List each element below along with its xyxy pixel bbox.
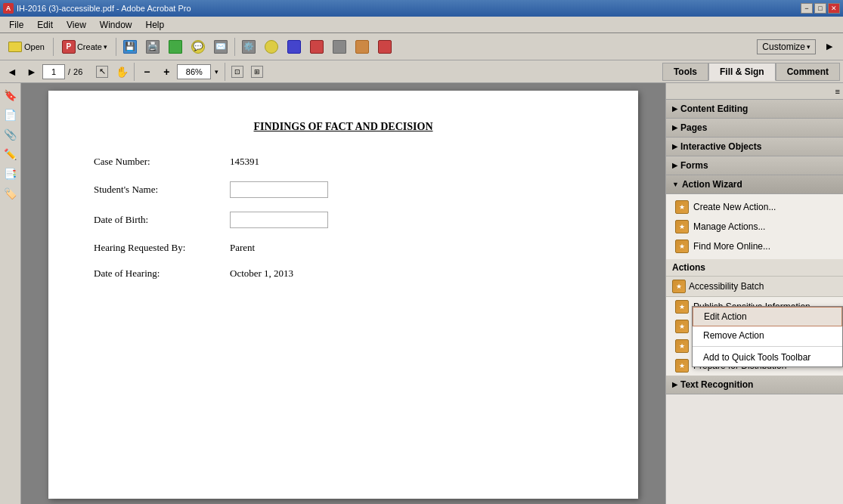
- page-number-input[interactable]: [42, 64, 65, 79]
- close-button[interactable]: ✕: [828, 3, 840, 14]
- menu-window[interactable]: Window: [94, 18, 138, 32]
- context-add-toolbar[interactable]: Add to Quick Tools Toolbar: [693, 348, 842, 366]
- hearing-label: Hearing Requested By:: [94, 242, 215, 254]
- document-area: FINDINGS OF FACT AND DECISION Case Numbe…: [21, 83, 665, 504]
- document-title: FINDINGS OF FACT AND DECISION: [94, 121, 593, 133]
- dob-input[interactable]: [230, 212, 328, 228]
- security-button[interactable]: [352, 36, 373, 57]
- manage-actions-item[interactable]: ★ Manage Actions...: [666, 217, 843, 237]
- menu-file[interactable]: File: [3, 18, 29, 32]
- select-tool[interactable]: ↖: [93, 63, 111, 80]
- pages-label: Pages: [680, 122, 707, 133]
- section-forms[interactable]: ▶ Forms: [666, 156, 843, 175]
- action-wizard-label: Action Wizard: [682, 179, 742, 190]
- menu-bar: File Edit View Window Help: [0, 17, 843, 33]
- nav-bar: ◄ ► / 26 ↖ ✋ − + ▾ ⊡ ⊞ Tools Fill & Sign…: [0, 60, 843, 83]
- zoom-arrow-button[interactable]: ▾: [211, 63, 222, 80]
- left-sidebar: 🔖 📄 📎 ✏️ 📑 🏷️: [0, 83, 21, 504]
- text-recognition-label: Text Recognition: [680, 379, 753, 390]
- panel-options-icon[interactable]: ≡: [835, 87, 840, 96]
- open-button[interactable]: Open: [3, 36, 50, 57]
- actions-label: Actions: [666, 259, 843, 277]
- right-panel: ≡ ▶ Content Editing ▶ Pages ▶ Interactiv…: [665, 83, 843, 504]
- section-interactive-objects[interactable]: ▶ Interactive Objects: [666, 138, 843, 156]
- attach-button[interactable]: [329, 36, 350, 57]
- find-more-icon: ★: [675, 240, 689, 253]
- context-remove-action[interactable]: Remove Action: [693, 326, 842, 345]
- tab-comment[interactable]: Comment: [776, 63, 840, 81]
- menu-help[interactable]: Help: [140, 18, 171, 32]
- accessibility-batch-row[interactable]: ★ Accessibility Batch: [666, 277, 843, 297]
- settings-button[interactable]: ⚙️: [238, 36, 259, 57]
- sticky-note-button[interactable]: [261, 36, 282, 57]
- form-button[interactable]: [306, 36, 327, 57]
- email-button[interactable]: ✉️: [210, 36, 231, 57]
- find-more-online-item[interactable]: ★ Find More Online...: [666, 237, 843, 256]
- comment-button[interactable]: 💬: [188, 36, 209, 57]
- date-hearing-value: October 1, 2013: [230, 267, 293, 280]
- doc-row-dob: Date of Birth:: [94, 212, 593, 228]
- section-pages[interactable]: ▶ Pages: [666, 119, 843, 138]
- customize-button[interactable]: Customize ▾: [757, 39, 816, 54]
- manage-actions-icon: ★: [675, 220, 689, 233]
- sidebar-icon-layers[interactable]: 📑: [2, 165, 20, 183]
- minimize-button[interactable]: −: [801, 3, 813, 14]
- save-button[interactable]: 💾: [119, 36, 141, 57]
- zoom-in-button[interactable]: +: [157, 63, 175, 80]
- menu-edit[interactable]: Edit: [31, 18, 59, 32]
- page-separator: /: [67, 67, 72, 76]
- tab-tools[interactable]: Tools: [662, 63, 708, 81]
- create-button[interactable]: P Create ▾: [57, 36, 113, 57]
- expand-toolbar-button[interactable]: ▶: [819, 36, 840, 57]
- export-button[interactable]: [374, 36, 395, 57]
- interactive-objects-label: Interactive Objects: [680, 141, 761, 152]
- content-editing-arrow: ▶: [672, 105, 677, 113]
- app-icon: A: [3, 3, 14, 14]
- student-name-input[interactable]: [230, 181, 328, 198]
- sidebar-icon-pages[interactable]: 📄: [2, 106, 20, 124]
- sidebar-icon-edit[interactable]: ✏️: [2, 145, 20, 163]
- interactive-objects-arrow: ▶: [672, 143, 677, 150]
- action-wizard-content: ★ Create New Action... ★ Manage Actions.…: [666, 194, 843, 259]
- pages-arrow: ▶: [672, 124, 677, 131]
- prev-page-button[interactable]: ◄: [3, 63, 21, 80]
- sidebar-icon-clip[interactable]: 📎: [2, 125, 20, 144]
- tab-fill-sign[interactable]: Fill & Sign: [708, 63, 776, 81]
- maximize-button[interactable]: □: [814, 3, 826, 14]
- stamp-button[interactable]: [284, 36, 305, 57]
- main-layout: 🔖 📄 📎 ✏️ 📑 🏷️ FINDINGS OF FACT AND DECIS…: [0, 83, 843, 504]
- prepare-distribution-icon: ★: [675, 359, 689, 373]
- tab-group: Tools Fill & Sign Comment: [662, 63, 840, 81]
- dob-label: Date of Birth:: [94, 214, 215, 226]
- upload-button[interactable]: [165, 36, 186, 57]
- print-button[interactable]: 🖨️: [142, 36, 163, 57]
- forms-arrow: ▶: [672, 162, 677, 169]
- optimize-scanned-icon: ★: [675, 339, 689, 353]
- doc-row-student: Student's Name:: [94, 181, 593, 198]
- zoom-input[interactable]: [177, 64, 211, 79]
- zoom-out-button[interactable]: −: [138, 63, 156, 80]
- next-page-button[interactable]: ►: [23, 63, 41, 80]
- forms-label: Forms: [680, 160, 708, 171]
- content-editing-label: Content Editing: [680, 104, 748, 114]
- case-number-value: 145391: [230, 156, 259, 168]
- section-text-recognition[interactable]: ▶ Text Recognition: [666, 376, 843, 394]
- title-bar: A IH-2016 (3)-accessible.pdf - Adobe Acr…: [0, 0, 843, 17]
- hand-tool[interactable]: ✋: [113, 63, 131, 80]
- section-content-editing[interactable]: ▶ Content Editing: [666, 100, 843, 119]
- accessibility-batch-label: Accessibility Batch: [689, 281, 837, 292]
- accessibility-batch-icon: ★: [672, 280, 686, 293]
- sidebar-icon-bookmark[interactable]: 🔖: [2, 86, 20, 104]
- action-wizard-arrow: ▼: [672, 181, 679, 188]
- section-action-wizard[interactable]: ▼ Action Wizard: [666, 175, 843, 194]
- sidebar-icon-tag[interactable]: 🏷️: [2, 184, 20, 203]
- student-name-label: Student's Name:: [94, 184, 215, 196]
- fit-page-button[interactable]: ⊡: [228, 63, 246, 80]
- optimize-web-icon: ★: [675, 320, 689, 333]
- window-title: IH-2016 (3)-accessible.pdf - Adobe Acrob…: [17, 4, 191, 13]
- context-edit-action[interactable]: Edit Action: [693, 307, 842, 326]
- menu-view[interactable]: View: [60, 18, 92, 32]
- date-hearing-label: Date of Hearing:: [94, 267, 215, 280]
- fit-width-button[interactable]: ⊞: [248, 63, 266, 80]
- create-new-action-item[interactable]: ★ Create New Action...: [666, 197, 843, 217]
